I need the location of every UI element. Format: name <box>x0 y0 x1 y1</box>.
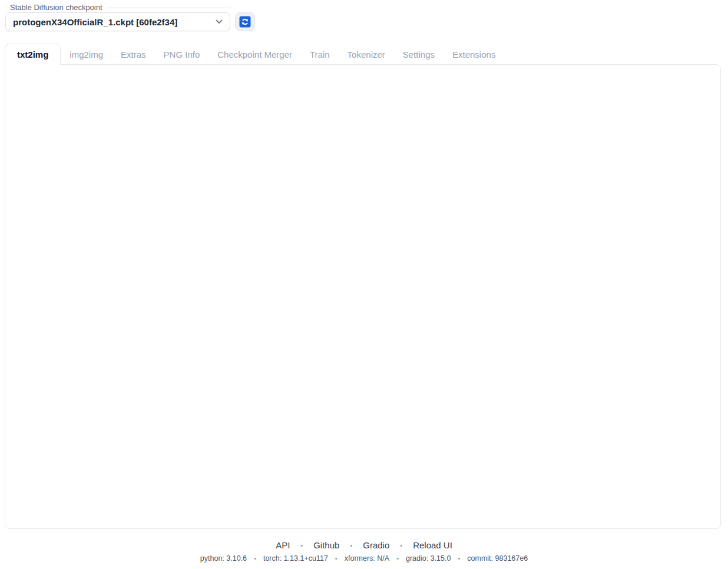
divider <box>107 8 231 8</box>
vseg-torch-1-13-1-cu117: torch: 1.13.1+cu117 <box>263 554 328 563</box>
separator-dot: • <box>350 542 352 549</box>
flink-gradio[interactable]: Gradio <box>363 540 389 550</box>
separator-dot: • <box>458 555 460 562</box>
tab-extras[interactable]: Extras <box>112 44 155 65</box>
vseg-gradio-3-15-0: gradio: 3.15.0 <box>406 554 451 563</box>
checkpoint-value: protogenX34OfficialR_1.ckpt [60fe2f34] <box>13 17 177 27</box>
tab-settings[interactable]: Settings <box>394 44 444 65</box>
separator-dot: • <box>300 542 303 549</box>
flink-reload-ui[interactable]: Reload UI <box>413 540 452 550</box>
tab-txt2img[interactable]: txt2img <box>5 44 61 65</box>
refresh-checkpoint-button[interactable] <box>235 12 255 31</box>
tab-checkpoint-merger[interactable]: Checkpoint Merger <box>209 44 301 65</box>
separator-dot: • <box>254 555 256 562</box>
checkpoint-label-row: Stable Diffusion checkpoint <box>10 3 231 12</box>
tab-train[interactable]: Train <box>301 44 339 65</box>
content-area <box>5 64 721 529</box>
chevron-down-icon <box>216 19 223 24</box>
separator-dot: • <box>396 555 399 562</box>
tab-img2img[interactable]: img2img <box>61 44 112 65</box>
tab-tokenizer[interactable]: Tokenizer <box>339 44 394 65</box>
stable-diffusion-webui: Stable Diffusion checkpoint protogenX34O… <box>0 0 728 569</box>
vseg-python-3-10-6: python: 3.10.6 <box>200 554 247 563</box>
separator-dot: • <box>400 542 402 549</box>
footer-links: API•Github•Gradio•Reload UI <box>0 540 728 550</box>
checkpoint-select[interactable]: protogenX34OfficialR_1.ckpt [60fe2f34] <box>5 12 230 31</box>
footer-versions: python: 3.10.6•torch: 1.13.1+cu117•xform… <box>0 554 728 563</box>
checkpoint-label: Stable Diffusion checkpoint <box>10 3 102 12</box>
tab-extensions[interactable]: Extensions <box>444 44 504 65</box>
refresh-icon <box>239 16 251 28</box>
separator-dot: • <box>335 555 337 562</box>
vseg-commit-983167e6: commit: 983167e6 <box>467 554 528 563</box>
tab-png-info[interactable]: PNG Info <box>155 44 209 65</box>
flink-api[interactable]: API <box>276 540 290 550</box>
vseg-xformers-n-a: xformers: N/A <box>345 554 389 563</box>
flink-github[interactable]: Github <box>313 540 339 550</box>
tab-bar: txt2imgimg2imgExtrasPNG InfoCheckpoint M… <box>5 44 504 65</box>
